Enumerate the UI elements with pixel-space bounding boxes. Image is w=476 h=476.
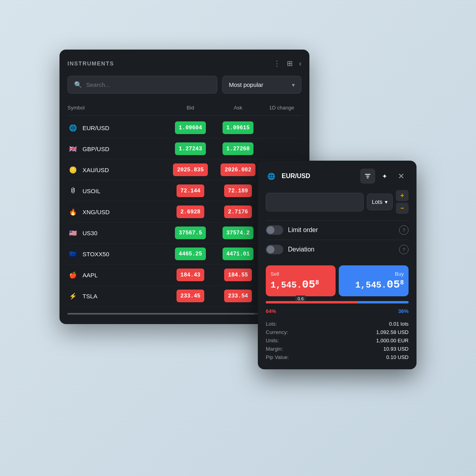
bid-price: 233.45 xyxy=(177,290,204,302)
col-change: 1D change xyxy=(262,105,301,111)
instrument-symbol: AAPL xyxy=(83,272,98,278)
instrument-name-cell: 🇬🇧 GBP/USD xyxy=(67,143,167,154)
chevron-down-icon: ▾ xyxy=(292,82,295,88)
info-value: 0.10 USD xyxy=(386,354,409,360)
info-value: 10.93 USD xyxy=(383,346,409,352)
instrument-symbol: GBP/USD xyxy=(83,146,109,152)
instrument-name-cell: ⚡ TSLA xyxy=(67,290,167,301)
grid-icon[interactable]: ⊞ xyxy=(287,59,293,68)
buy-price-sup: 8 xyxy=(400,279,404,286)
info-row: Lots: 0.01 lots xyxy=(266,320,409,328)
close-btn[interactable]: ✕ xyxy=(393,169,409,184)
bid-price: 184.43 xyxy=(177,269,204,281)
flag-icon: 🍎 xyxy=(67,269,79,280)
deviation-toggle[interactable] xyxy=(266,245,283,254)
limit-order-row: Limit order ? xyxy=(266,220,409,240)
quantity-input-wrap[interactable]: 0.8 xyxy=(266,193,364,211)
buy-price-small: 05 xyxy=(387,278,400,291)
sell-price-sup: 8 xyxy=(315,279,319,286)
bid-price: 2025.835 xyxy=(173,163,207,176)
buy-label: Buy xyxy=(344,271,404,277)
trade-header: 🌐 EUR/USD ✦ ✕ xyxy=(266,169,409,184)
sell-price-main: 1,545. xyxy=(271,280,302,290)
quantity-input[interactable]: 0.8 xyxy=(273,198,357,206)
filter-dropdown[interactable]: Most popular ▾ xyxy=(222,76,301,94)
instrument-symbol: STOXX50 xyxy=(83,251,109,257)
minus-button[interactable]: − xyxy=(396,203,409,214)
instrument-name-cell: 🔥 XNG/USD xyxy=(67,206,167,217)
info-label: Margin: xyxy=(266,346,283,352)
sell-price-small: 05 xyxy=(302,278,315,291)
bid-price: 1.27243 xyxy=(175,142,206,155)
progress-labels: 64% 36% xyxy=(266,308,409,314)
info-label: Currency: xyxy=(266,329,288,335)
deviation-knob xyxy=(267,246,274,253)
trade-instrument-name: EUR/USD xyxy=(282,173,355,180)
sell-button[interactable]: Sell 1,545.058 0.6 xyxy=(266,265,336,296)
pct-blue: 36% xyxy=(398,308,409,314)
trade-header-icons: ✦ ✕ xyxy=(360,169,409,184)
info-section: Lots: 0.01 lots Currency: 1,092.58 USD U… xyxy=(266,320,409,361)
flag-icon: 🔥 xyxy=(67,206,79,217)
info-label: Units: xyxy=(266,338,279,344)
info-label: Lots: xyxy=(266,321,277,327)
info-row: Margin: 10.93 USD xyxy=(266,345,409,353)
sell-price: 1,545.058 xyxy=(271,280,319,290)
info-row: Currency: 1,092.58 USD xyxy=(266,328,409,336)
instrument-name-cell: 🪙 XAU/USD xyxy=(67,164,167,175)
pct-red: 64% xyxy=(266,308,276,314)
lots-select[interactable]: Lots ▾ xyxy=(367,194,393,210)
bid-price: 4465.25 xyxy=(175,248,206,260)
limit-order-toggle[interactable] xyxy=(266,225,283,235)
instrument-name-cell: 🍎 AAPL xyxy=(67,269,167,280)
info-row: Units: 1,000.00 EUR xyxy=(266,336,409,345)
buy-button[interactable]: Buy 1,545.058 xyxy=(339,265,409,296)
instrument-name-cell: 🛢 USOIL xyxy=(67,185,167,196)
table-row[interactable]: 🌐 EUR/USD 1.09604 1.09615 xyxy=(67,117,301,138)
search-filter-row: 🔍 Most popular ▾ xyxy=(67,76,301,94)
trade-instrument-flag: 🌐 xyxy=(266,171,277,182)
panel-header: INSTRUMENTS ⋮ ⊞ ‹ xyxy=(67,59,301,68)
instrument-symbol: XAU/USD xyxy=(83,167,109,173)
sell-label: Sell xyxy=(271,271,331,277)
more-icon[interactable]: ⋮ xyxy=(273,59,280,68)
plus-button[interactable]: + xyxy=(396,190,409,201)
lots-chevron: ▾ xyxy=(385,199,388,205)
lots-label: Lots xyxy=(372,199,382,205)
bid-price: 37567.5 xyxy=(175,226,206,239)
buy-price: 1,545.058 xyxy=(355,280,404,290)
search-box[interactable]: 🔍 xyxy=(67,76,217,94)
flag-icon: 🛢 xyxy=(67,185,79,196)
buysell-row: Sell 1,545.058 0.6 Buy 1,545.058 xyxy=(266,265,409,296)
ask-price: 1.27260 xyxy=(223,142,254,155)
deviation-help-icon[interactable]: ? xyxy=(399,245,409,254)
collapse-icon[interactable]: ‹ xyxy=(299,60,301,68)
ask-price: 4471.01 xyxy=(223,248,254,260)
limit-order-help-icon[interactable]: ? xyxy=(399,225,409,235)
instrument-symbol: US30 xyxy=(83,230,98,236)
deviation-label: Deviation xyxy=(288,246,394,253)
table-header: Symbol Bid Ask 1D change xyxy=(67,102,301,116)
info-value: 1,000.00 EUR xyxy=(376,338,409,344)
deviation-row: Deviation ? xyxy=(266,240,409,259)
ask-price: 1.09615 xyxy=(223,121,254,134)
plus-minus-wrap: + − xyxy=(396,190,409,214)
col-symbol: Symbol xyxy=(67,105,167,111)
filter-btn[interactable] xyxy=(360,169,375,184)
instrument-symbol: USOIL xyxy=(83,188,100,194)
ask-price: 233.54 xyxy=(224,290,252,302)
search-icon: 🔍 xyxy=(74,81,82,88)
search-input[interactable] xyxy=(86,81,211,88)
flag-icon: ⚡ xyxy=(67,290,79,301)
instrument-symbol: XNG/USD xyxy=(83,209,109,215)
table-row[interactable]: 🇬🇧 GBP/USD 1.27243 1.27260 xyxy=(67,138,301,159)
panel-icons: ⋮ ⊞ ‹ xyxy=(273,59,301,68)
instrument-name-cell: 🌐 EUR/USD xyxy=(67,122,167,133)
info-value: 1,092.58 USD xyxy=(376,329,409,335)
scrollbar-thumb xyxy=(67,313,255,315)
info-label: Pip Value: xyxy=(266,354,289,360)
sparkle-btn[interactable]: ✦ xyxy=(377,169,392,184)
progress-red xyxy=(266,301,357,303)
ask-price: 2026.082 xyxy=(221,163,255,176)
flag-icon: 🪙 xyxy=(67,164,79,175)
